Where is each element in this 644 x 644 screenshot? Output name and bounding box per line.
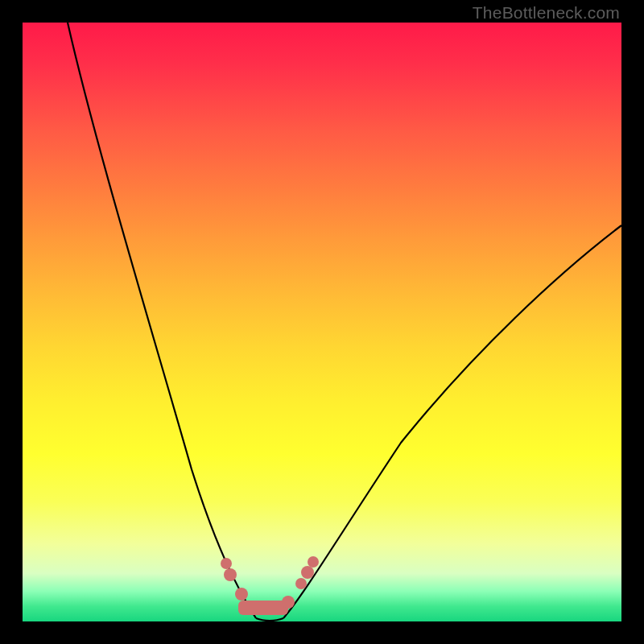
attribution-label: TheBottleneck.com — [473, 3, 620, 23]
left-curve — [68, 23, 256, 618]
outer-frame: TheBottleneck.com — [0, 0, 644, 644]
valley-marker — [238, 601, 288, 615]
marker-dot — [282, 596, 295, 609]
valley-floor — [256, 618, 283, 621]
chart-svg — [23, 23, 621, 621]
marker-dot — [295, 578, 307, 589]
marker-dot — [235, 588, 248, 601]
marker-dot — [224, 568, 237, 581]
marker-dot — [221, 558, 232, 569]
marker-dot — [308, 556, 319, 568]
right-curve — [283, 225, 621, 618]
marker-dot — [301, 566, 314, 579]
plot-area — [23, 23, 621, 621]
